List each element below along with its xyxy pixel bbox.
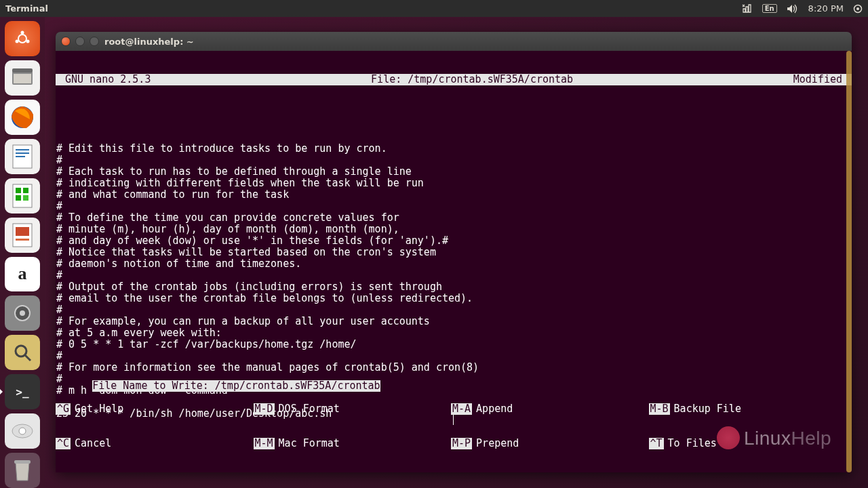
nano-line[interactable]: # <box>56 270 852 281</box>
svg-rect-13 <box>16 156 25 157</box>
svg-rect-16 <box>23 188 28 193</box>
svg-rect-21 <box>16 239 29 241</box>
shortcut-label: Cancel <box>71 438 111 449</box>
window-minimize-button[interactable] <box>75 37 85 46</box>
nano-version: GNU nano 2.5.3 <box>65 74 151 85</box>
svg-rect-17 <box>16 195 21 201</box>
nano-line[interactable]: # indicating with different fields when … <box>56 178 852 189</box>
nano-line[interactable]: # Edit this file to introduce tasks to b… <box>56 143 852 155</box>
launcher-firefox[interactable] <box>5 100 40 135</box>
nano-shortcut[interactable]: M-DDOS Format <box>254 403 452 415</box>
shortcut-key: M-B <box>649 403 670 415</box>
language-indicator[interactable]: En <box>762 4 777 13</box>
launcher-impress[interactable] <box>5 218 40 253</box>
shortcut-label: Mac Format <box>275 438 340 449</box>
terminal-scrollbar[interactable] <box>846 51 852 472</box>
shortcut-label: To Files <box>664 438 717 449</box>
launcher-amazon[interactable]: a <box>5 257 40 292</box>
svg-point-2 <box>18 35 26 43</box>
svg-rect-12 <box>16 152 29 154</box>
system-indicators: En 8:20 PM <box>742 3 863 14</box>
nano-line[interactable]: # <box>56 155 852 166</box>
nano-line[interactable]: # To define the time you can provide con… <box>56 212 852 224</box>
launcher-settings[interactable] <box>5 296 40 331</box>
launcher-writer[interactable] <box>5 139 40 174</box>
terminal-body[interactable]: GNU nano 2.5.3 File: /tmp/crontab.sWF35A… <box>56 51 852 472</box>
launcher-drive[interactable] <box>5 413 40 449</box>
nano-line[interactable]: # For example, you can run a backup of a… <box>56 316 852 327</box>
nano-bottom-panel: File Name to Write: /tmp/crontab.sWF35A/… <box>56 369 846 472</box>
nano-shortcut[interactable]: ^CCancel <box>56 438 254 449</box>
shortcut-key: M-P <box>451 438 472 449</box>
shortcut-label: Append <box>472 403 513 415</box>
svg-point-5 <box>16 39 19 43</box>
nano-line[interactable]: # Output of the crontab jobs (including … <box>56 281 852 293</box>
gear-icon[interactable] <box>853 4 863 14</box>
launcher-calc[interactable] <box>5 178 40 214</box>
nano-shortcut[interactable]: M-PPrepend <box>451 438 649 449</box>
network-icon[interactable] <box>742 4 753 14</box>
terminal-window: root@linuxhelp: ~ GNU nano 2.5.3 File: /… <box>56 32 852 472</box>
app-title: Terminal <box>5 3 48 14</box>
svg-point-27 <box>19 428 26 434</box>
nano-shortcut[interactable]: ^TTo Files <box>649 438 847 449</box>
nano-file-label: File: /tmp/crontab.sWF35A/crontab <box>151 74 793 85</box>
launcher-files[interactable] <box>5 60 40 96</box>
svg-point-4 <box>26 39 30 43</box>
svg-point-1 <box>856 7 859 10</box>
window-maximize-button[interactable] <box>90 37 99 46</box>
shortcut-key: M-A <box>451 403 472 415</box>
nano-shortcut[interactable]: M-BBackup File <box>649 403 847 415</box>
shortcut-label: Get Help <box>71 403 123 415</box>
nano-line[interactable]: # Each task to run has to be defined thr… <box>56 166 852 178</box>
svg-point-23 <box>20 310 25 316</box>
launcher-trash[interactable] <box>5 453 40 488</box>
window-close-button[interactable] <box>61 37 71 46</box>
svg-rect-8 <box>12 68 33 73</box>
svg-rect-11 <box>16 149 29 150</box>
svg-rect-28 <box>14 460 31 464</box>
svg-rect-15 <box>16 188 21 193</box>
launcher-search[interactable] <box>5 335 40 370</box>
svg-rect-20 <box>16 227 29 236</box>
shortcut-label: DOS Format <box>275 403 340 415</box>
launcher-terminal[interactable]: >_ <box>5 374 40 409</box>
nano-shortcut[interactable]: M-AAppend <box>451 403 649 415</box>
nano-line[interactable]: # at 5 a.m every week with: <box>56 327 852 339</box>
svg-rect-18 <box>23 195 28 201</box>
nano-shortcuts-row2: ^CCancelM-MMac FormatM-PPrepend^TTo File… <box>56 438 846 449</box>
nano-line[interactable]: # <box>56 304 852 316</box>
top-menubar: Terminal En 8:20 PM <box>0 0 868 17</box>
shortcut-label: Backup File <box>670 403 741 415</box>
nano-line[interactable]: # <box>56 350 852 362</box>
svg-point-24 <box>16 346 26 357</box>
shortcut-label: Prepend <box>472 438 519 449</box>
svg-line-25 <box>25 355 31 361</box>
window-title: root@linuxhelp: ~ <box>104 37 194 47</box>
nano-line[interactable]: # and day of week (dow) or use '*' in th… <box>56 235 852 247</box>
nano-status: Modified <box>793 74 842 85</box>
volume-icon[interactable] <box>787 4 799 14</box>
nano-shortcuts-row1: ^GGet HelpM-DDOS FormatM-AAppendM-BBacku… <box>56 403 846 415</box>
nano-shortcut[interactable]: ^GGet Help <box>56 403 254 415</box>
shortcut-key: ^T <box>649 438 664 449</box>
launcher-dash[interactable] <box>5 21 40 56</box>
svg-point-3 <box>21 30 24 34</box>
svg-rect-7 <box>14 74 31 83</box>
nano-line[interactable]: # Notice that tasks will be started base… <box>56 247 852 258</box>
active-indicator <box>0 388 3 395</box>
shortcut-key: M-M <box>254 438 275 449</box>
nano-write-prompt[interactable]: File Name to Write: /tmp/crontab.sWF35A/… <box>92 380 380 392</box>
nano-line[interactable]: # and what command to run for the task <box>56 189 852 201</box>
nano-line[interactable]: # <box>56 201 852 212</box>
shortcut-key: ^G <box>56 403 71 415</box>
nano-line[interactable]: # 0 5 * * 1 tar -zcf /var/backups/home.t… <box>56 339 852 350</box>
window-titlebar[interactable]: root@linuxhelp: ~ <box>56 32 852 51</box>
unity-launcher: a >_ <box>0 17 45 488</box>
nano-line[interactable]: # email to the user the crontab file bel… <box>56 293 852 304</box>
nano-line[interactable]: # daemon's notion of time and timezones. <box>56 258 852 270</box>
nano-shortcut[interactable]: M-MMac Format <box>254 438 452 449</box>
nano-line[interactable]: # minute (m), hour (h), day of month (do… <box>56 224 852 235</box>
shortcut-key: ^C <box>56 438 71 449</box>
clock[interactable]: 8:20 PM <box>808 3 844 14</box>
